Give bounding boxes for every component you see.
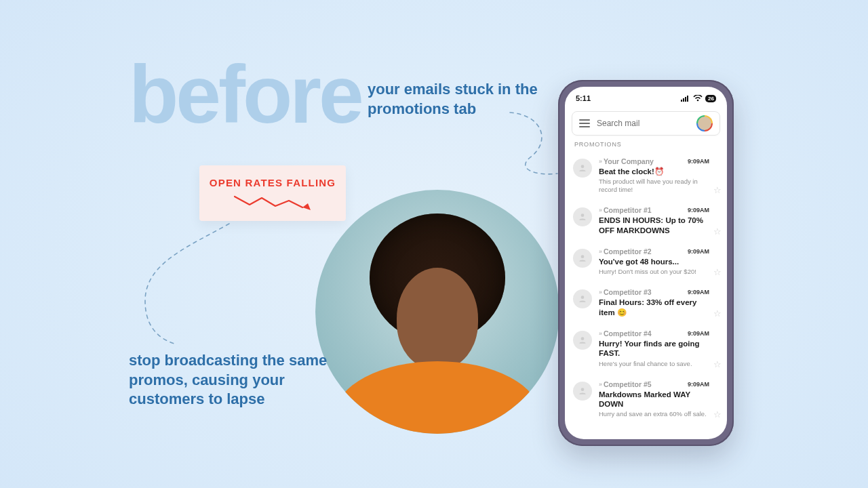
mail-time: 9:09AM bbox=[688, 381, 709, 388]
star-icon[interactable]: ☆ bbox=[713, 267, 722, 277]
phone-statusbar: 5:11 26 bbox=[565, 87, 727, 108]
star-icon[interactable]: ☆ bbox=[713, 409, 722, 420]
mail-item[interactable]: »Competitor #5 9:09AM Markdowns Marked W… bbox=[565, 375, 727, 426]
chevron-right-icon: » bbox=[599, 207, 601, 214]
svg-marker-0 bbox=[302, 203, 311, 210]
mail-time: 9:09AM bbox=[688, 289, 709, 296]
chevron-right-icon: » bbox=[599, 158, 601, 165]
mail-search-bar[interactable]: Search mail bbox=[572, 111, 720, 136]
wifi-icon bbox=[693, 95, 703, 102]
sender-avatar bbox=[573, 331, 592, 350]
caption-top: your emails stuck in the promotions tab bbox=[368, 80, 551, 119]
mail-preview: This product will have you ready in reco… bbox=[599, 178, 709, 194]
mail-preview: Here's your final chance to save. bbox=[599, 360, 709, 368]
sender-avatar bbox=[573, 289, 592, 308]
mail-subject: Final Hours: 33% off every item 😊 bbox=[599, 298, 709, 317]
mail-item[interactable]: »Competitor #1 9:09AM ENDS IN HOURS: Up … bbox=[565, 201, 727, 242]
mail-subject: You've got 48 hours... bbox=[599, 257, 709, 266]
mail-preview: Hurry! Don't miss out on your $20! bbox=[599, 268, 709, 276]
open-rates-label: OPEN RATES FALLING bbox=[210, 177, 336, 188]
chevron-right-icon: » bbox=[599, 330, 601, 337]
mail-subject: Markdowns Marked WAY DOWN bbox=[599, 390, 709, 409]
svg-point-7 bbox=[581, 214, 585, 217]
mail-subject: Hurry! Your finds are going FAST. bbox=[599, 339, 709, 359]
mail-time: 9:09AM bbox=[688, 248, 709, 255]
mail-sender: »Competitor #2 bbox=[599, 247, 652, 256]
mail-subject: Beat the clock!⏰ bbox=[599, 167, 709, 176]
sender-avatar bbox=[573, 382, 592, 401]
svg-rect-2 bbox=[683, 98, 684, 102]
promotions-tab-label: PROMOTIONS bbox=[565, 141, 727, 152]
hamburger-icon[interactable] bbox=[579, 119, 590, 127]
marketing-before-slide: before your emails stuck in the promotio… bbox=[0, 0, 868, 488]
mail-item[interactable]: »Competitor #4 9:09AM Hurry! Your finds … bbox=[565, 324, 727, 375]
mail-sender: »Competitor #3 bbox=[599, 288, 652, 296]
star-icon[interactable]: ☆ bbox=[713, 359, 722, 369]
svg-rect-1 bbox=[681, 100, 682, 102]
battery-icon: 26 bbox=[705, 95, 716, 102]
mail-time: 9:09AM bbox=[688, 330, 709, 337]
mail-time: 9:09AM bbox=[688, 207, 709, 214]
mail-sender: »Competitor #4 bbox=[599, 329, 652, 338]
frustrated-customer-photo bbox=[315, 190, 559, 434]
star-icon[interactable]: ☆ bbox=[713, 308, 722, 319]
signal-icon bbox=[681, 95, 690, 102]
sender-avatar bbox=[573, 159, 592, 178]
mail-item[interactable]: »Competitor #2 9:09AM You've got 48 hour… bbox=[565, 242, 727, 283]
chevron-right-icon: » bbox=[599, 248, 601, 255]
caption-bottom: stop broadcasting the same promos, causi… bbox=[129, 351, 332, 409]
battery-level: 26 bbox=[708, 96, 714, 102]
star-icon[interactable]: ☆ bbox=[713, 185, 722, 195]
svg-rect-3 bbox=[685, 97, 686, 102]
mail-preview: Hurry and save an extra 60% off sale. bbox=[599, 410, 709, 418]
status-time: 5:11 bbox=[576, 94, 591, 102]
chevron-right-icon: » bbox=[599, 289, 601, 296]
sender-avatar bbox=[573, 207, 592, 226]
svg-rect-4 bbox=[687, 96, 688, 102]
svg-point-6 bbox=[581, 165, 585, 168]
svg-point-5 bbox=[697, 100, 699, 102]
mail-subject: ENDS IN HOURS: Up to 70% OFF MARKDOWNS bbox=[599, 216, 709, 235]
open-rates-badge: OPEN RATES FALLING bbox=[199, 165, 346, 221]
headline-before: before bbox=[129, 47, 361, 141]
svg-point-10 bbox=[581, 337, 585, 340]
phone-screen: 5:11 26 Search mail PROMOTIONS bbox=[565, 87, 727, 439]
phone-mockup: 5:11 26 Search mail PROMOTIONS bbox=[558, 80, 734, 446]
chevron-right-icon: » bbox=[599, 381, 601, 388]
sender-avatar bbox=[573, 249, 592, 268]
star-icon[interactable]: ☆ bbox=[713, 226, 722, 237]
mail-sender: »Your Company bbox=[599, 157, 654, 165]
mail-time: 9:09AM bbox=[688, 158, 709, 165]
svg-point-8 bbox=[581, 255, 585, 258]
mail-sender: »Competitor #5 bbox=[599, 380, 652, 388]
svg-point-11 bbox=[581, 388, 585, 391]
search-placeholder: Search mail bbox=[597, 119, 690, 128]
mail-sender: »Competitor #1 bbox=[599, 206, 652, 214]
profile-avatar[interactable] bbox=[696, 115, 713, 131]
mail-list: »Your Company 9:09AM Beat the clock!⏰ Th… bbox=[565, 152, 727, 439]
mail-item[interactable]: »Competitor #3 9:09AM Final Hours: 33% o… bbox=[565, 283, 727, 324]
svg-point-9 bbox=[581, 296, 585, 299]
mail-item[interactable]: »Your Company 9:09AM Beat the clock!⏰ Th… bbox=[565, 152, 727, 201]
falling-arrow-icon bbox=[232, 192, 313, 210]
connector-left bbox=[127, 220, 270, 355]
